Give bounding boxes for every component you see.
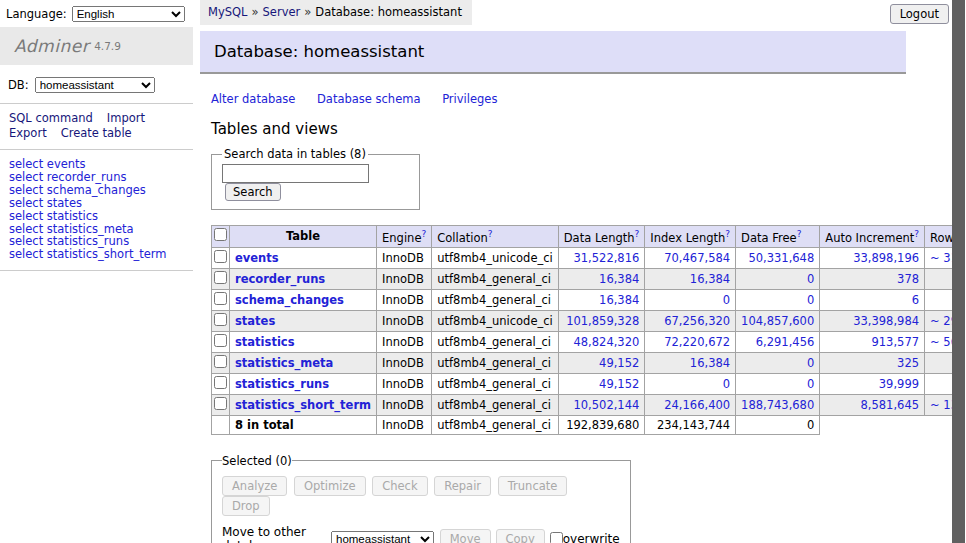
index-length-link[interactable]: 24,166,400 <box>664 398 730 412</box>
data-length-link[interactable]: 16,384 <box>599 272 639 286</box>
collation-cell: utf8mb4_unicode_ci <box>432 310 559 331</box>
alter-database-link[interactable]: Alter database <box>211 92 295 106</box>
auto-increment-link[interactable]: 6 <box>912 293 919 307</box>
search-fieldset: Search data in tables (8) Search <box>211 147 420 210</box>
row-checkbox[interactable] <box>214 376 227 389</box>
data-free-link[interactable]: 0 <box>807 293 814 307</box>
move-button[interactable]: Move <box>440 529 491 543</box>
select-statistics-runs-link[interactable]: select statistics_runs <box>9 234 129 248</box>
table-row: recorder_runs InnoDB utf8mb4_general_ci … <box>212 268 966 289</box>
index-length-link[interactable]: 16,384 <box>690 272 730 286</box>
select-statistics-link[interactable]: select statistics <box>9 209 98 223</box>
index-length-link[interactable]: 0 <box>723 377 730 391</box>
move-database-select[interactable]: homeassistant <box>331 531 434 543</box>
data-free-link[interactable]: 0 <box>807 377 814 391</box>
auto-increment-link[interactable]: 325 <box>897 356 919 370</box>
select-recorder-runs-link[interactable]: select recorder_runs <box>9 170 126 184</box>
data-free-link[interactable]: 104,857,600 <box>741 314 814 328</box>
export-link[interactable]: Export <box>9 126 47 140</box>
index-length-link[interactable]: 72,220,672 <box>664 335 730 349</box>
scrollbar-thumb[interactable] <box>952 0 965 543</box>
data-length-link[interactable]: 49,152 <box>599 377 639 391</box>
row-checkbox[interactable] <box>214 334 227 347</box>
select-all-checkbox[interactable] <box>214 228 227 241</box>
row-checkbox[interactable] <box>214 313 227 326</box>
total-label: 8 in total <box>230 415 377 434</box>
data-length-link[interactable]: 16,384 <box>599 293 639 307</box>
index-length-link[interactable]: 67,256,320 <box>664 314 730 328</box>
logout-button[interactable]: Logout <box>890 4 949 24</box>
row-checkbox[interactable] <box>214 292 227 305</box>
help-icon[interactable]: ? <box>797 229 802 239</box>
copy-button[interactable]: Copy <box>496 529 545 543</box>
row-checkbox[interactable] <box>214 271 227 284</box>
auto-increment-link[interactable]: 8,581,645 <box>861 398 920 412</box>
db-select[interactable]: homeassistant <box>35 77 155 93</box>
table-link[interactable]: states <box>235 314 275 328</box>
row-checkbox[interactable] <box>214 397 227 410</box>
select-events-link[interactable]: select events <box>9 157 86 171</box>
index-length-link[interactable]: 0 <box>723 293 730 307</box>
move-database-label: Move to other database: <box>222 525 325 543</box>
privileges-link[interactable]: Privileges <box>442 92 497 106</box>
data-length-link[interactable]: 10,502,144 <box>573 398 639 412</box>
page-title: Database: homeassistant <box>200 31 906 74</box>
database-schema-link[interactable]: Database schema <box>317 92 420 106</box>
row-checkbox[interactable] <box>214 355 227 368</box>
table-link[interactable]: events <box>235 251 279 265</box>
language-select[interactable]: English <box>72 6 185 22</box>
select-schema-changes-link[interactable]: select schema_changes <box>9 183 146 197</box>
data-length-link[interactable]: 101,859,328 <box>566 314 639 328</box>
row-checkbox[interactable] <box>214 250 227 263</box>
tables-views-heading: Tables and views <box>211 120 966 138</box>
truncate-button[interactable]: Truncate <box>498 476 568 496</box>
engine-cell: InnoDB <box>377 289 432 310</box>
table-link[interactable]: statistics <box>235 335 295 349</box>
column-header-table[interactable]: Table <box>230 226 377 248</box>
select-statistics-meta-link[interactable]: select statistics_meta <box>9 222 134 236</box>
data-length-link[interactable]: 48,824,320 <box>573 335 639 349</box>
create-table-link-sidebar[interactable]: Create table <box>61 126 132 140</box>
search-input[interactable] <box>222 164 369 183</box>
data-free-link[interactable]: 188,743,680 <box>741 398 814 412</box>
auto-increment-link[interactable]: 33,898,196 <box>853 251 919 265</box>
table-link[interactable]: statistics_short_term <box>235 398 371 412</box>
check-button[interactable]: Check <box>372 476 427 496</box>
repair-button[interactable]: Repair <box>434 476 491 496</box>
data-length-link[interactable]: 31,522,816 <box>573 251 639 265</box>
table-link[interactable]: recorder_runs <box>235 272 325 286</box>
sql-command-link[interactable]: SQL command <box>9 111 93 125</box>
data-free-link[interactable]: 6,291,456 <box>756 335 815 349</box>
breadcrumb-server-link[interactable]: Server <box>263 5 301 19</box>
table-link[interactable]: statistics_meta <box>235 356 333 370</box>
scrollbar[interactable] <box>952 0 966 543</box>
table-link[interactable]: statistics_runs <box>235 377 329 391</box>
import-link[interactable]: Import <box>107 111 145 125</box>
drop-button[interactable]: Drop <box>222 496 270 516</box>
index-length-link[interactable]: 70,467,584 <box>664 251 730 265</box>
auto-increment-link[interactable]: 378 <box>897 272 919 286</box>
auto-increment-link[interactable]: 33,398,984 <box>853 314 919 328</box>
help-icon[interactable]: ? <box>914 229 919 239</box>
data-length-link[interactable]: 49,152 <box>599 356 639 370</box>
help-icon[interactable]: ? <box>635 229 640 239</box>
data-free-link[interactable]: 0 <box>807 272 814 286</box>
column-header-collation: Collation? <box>432 226 559 248</box>
breadcrumb-mysql-link[interactable]: MySQL <box>208 5 248 19</box>
data-free-link[interactable]: 0 <box>807 356 814 370</box>
auto-increment-link[interactable]: 39,999 <box>879 377 919 391</box>
help-icon[interactable]: ? <box>488 229 493 239</box>
data-free-link[interactable]: 50,331,648 <box>748 251 814 265</box>
help-icon[interactable]: ? <box>421 229 426 239</box>
search-button[interactable]: Search <box>225 183 281 201</box>
overwrite-checkbox[interactable] <box>550 532 563 543</box>
select-statistics-short-term-link[interactable]: select statistics_short_term <box>9 247 166 261</box>
index-length-link[interactable]: 16,384 <box>690 356 730 370</box>
auto-increment-link[interactable]: 913,577 <box>871 335 919 349</box>
table-row: events InnoDB utf8mb4_unicode_ci 31,522,… <box>212 247 966 268</box>
select-states-link[interactable]: select states <box>9 196 82 210</box>
table-link[interactable]: schema_changes <box>235 293 344 307</box>
help-icon[interactable]: ? <box>725 229 730 239</box>
analyze-button[interactable]: Analyze <box>222 476 287 496</box>
optimize-button[interactable]: Optimize <box>294 476 366 496</box>
